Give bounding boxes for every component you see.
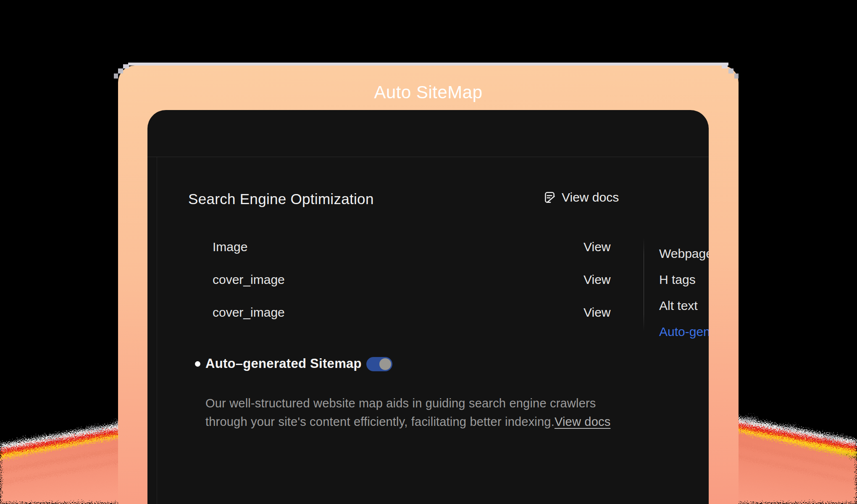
screenshot-root: Auto SiteMap Search Engine Optimization … — [0, 0, 857, 504]
checklist-item-webpage[interactable]: Webpage — [659, 241, 709, 267]
card-title: Auto SiteMap — [118, 82, 739, 102]
glitch-wave-right-decoration — [731, 386, 857, 504]
description-line: through your site's content efficiently,… — [205, 412, 617, 431]
glitch-wave-left-decoration — [0, 386, 134, 504]
item-name: cover_image — [213, 305, 285, 319]
gradient-card: Auto SiteMap Search Engine Optimization … — [118, 66, 739, 504]
description-line-text: through your site's content efficiently,… — [205, 415, 555, 428]
item-name: Image — [213, 240, 247, 254]
view-docs-inline-link[interactable]: View docs — [555, 415, 610, 428]
pixelated-edge-decoration — [113, 62, 744, 82]
seo-checklist: Webpage H tags Alt text Auto-generated — [659, 241, 709, 345]
view-docs-link[interactable]: View docs — [543, 190, 619, 205]
view-action-link[interactable]: View — [584, 231, 610, 263]
table-row: Image View — [213, 231, 645, 263]
view-docs-label: View docs — [562, 190, 619, 205]
header-divider — [147, 157, 709, 157]
checklist-item-h-tags[interactable]: H tags — [659, 267, 709, 293]
checklist-divider — [644, 237, 644, 331]
item-name: cover_image — [213, 273, 285, 286]
app-panel: Search Engine Optimization View docs Ima… — [147, 110, 709, 504]
left-gutter-divider — [157, 157, 157, 504]
table-row: cover_image View — [213, 296, 645, 329]
view-action-link[interactable]: View — [584, 263, 610, 296]
description-line: Our well-structured website map aids in … — [205, 394, 617, 412]
seo-items-table: Image View cover_image View cover_image … — [213, 231, 645, 329]
table-row: cover_image View — [213, 263, 645, 296]
page-title: Search Engine Optimization — [188, 191, 374, 207]
view-action-link[interactable]: View — [584, 296, 610, 329]
bullet-dot-icon — [195, 361, 200, 367]
sitemap-description: Our well-structured website map aids in … — [205, 394, 617, 431]
toggle-knob — [379, 358, 391, 370]
sitemap-setting-label: Auto–generated Sitemap — [205, 356, 362, 371]
document-edit-icon — [543, 190, 557, 205]
sitemap-toggle[interactable] — [366, 357, 392, 371]
checklist-item-auto-generated[interactable]: Auto-generated — [659, 319, 709, 345]
checklist-item-alt-text[interactable]: Alt text — [659, 293, 709, 319]
